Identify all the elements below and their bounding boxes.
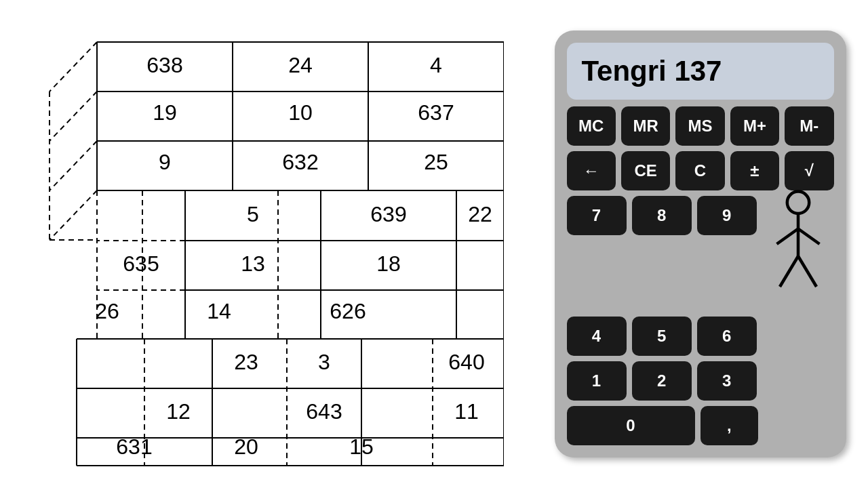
row-789: 7 8 9 [567, 196, 834, 311]
cell-mid-2-0: 26 [95, 299, 119, 323]
eight-button[interactable]: 8 [632, 196, 692, 235]
cell-mid-0-2: 22 [468, 202, 492, 226]
row-123: 1 2 3 [567, 361, 834, 401]
cell-bot-0-2: 640 [448, 350, 484, 374]
svg-point-40 [787, 192, 808, 214]
backspace-button[interactable]: ← [567, 151, 616, 190]
cell-bot-1-2: 11 [454, 399, 479, 424]
seven-button[interactable]: 7 [567, 196, 627, 235]
cell-mid-1-2: 18 [376, 251, 401, 276]
cube-svg: 638 24 4 19 10 637 9 632 25 [29, 10, 504, 478]
cell-top-1-1: 10 [288, 100, 313, 125]
three-button[interactable]: 3 [697, 361, 757, 401]
svg-line-9 [50, 92, 97, 141]
operator-row: ← CE C ± √ [567, 151, 834, 190]
svg-line-43 [798, 229, 820, 245]
row-0-comma: 0 , [567, 406, 834, 445]
mc-button[interactable]: MC [567, 106, 616, 146]
cell-bot-2-0: 631 [116, 434, 152, 459]
cube-grid: 638 24 4 19 10 637 9 632 25 [22, 7, 511, 481]
cell-mid-0-1: 639 [370, 202, 406, 226]
cell-mid-0-0: 5 [247, 202, 259, 226]
calc-buttons: MC MR MS M+ M- ← CE C ± √ 7 8 9 [567, 106, 834, 445]
cell-bot-1-1: 643 [306, 399, 342, 424]
six-button[interactable]: 6 [697, 317, 757, 356]
cell-top-2-1: 632 [282, 150, 318, 174]
c-button[interactable]: C [675, 151, 724, 190]
calc-display: Tengri 137 [567, 43, 834, 100]
cell-top-2-2: 25 [424, 150, 448, 174]
zero-button[interactable]: 0 [567, 406, 695, 445]
plusminus-button[interactable]: ± [730, 151, 779, 190]
calculator: Tengri 137 MC MR MS M+ M- ← CE C ± √ 7 8… [555, 30, 846, 458]
one-button[interactable]: 1 [567, 361, 627, 401]
mr-button[interactable]: MR [621, 106, 670, 146]
cell-top-2-0: 9 [159, 150, 171, 174]
stickman-area [762, 196, 834, 311]
five-button[interactable]: 5 [632, 317, 692, 356]
row-456: 4 5 6 [567, 317, 834, 356]
mminus-button[interactable]: M- [785, 106, 833, 146]
cell-bot-0-0: 23 [234, 350, 258, 374]
cell-mid-1-0: 635 [123, 251, 159, 276]
nine-button[interactable]: 9 [697, 196, 757, 235]
cell-bot-1-0: 12 [166, 399, 191, 424]
cell-mid-1-1: 13 [241, 251, 265, 276]
svg-line-10 [50, 141, 97, 190]
cell-mid-2-2: 626 [330, 299, 366, 323]
mplus-button[interactable]: M+ [730, 106, 779, 146]
cell-mid-2-1: 14 [207, 299, 231, 323]
cell-bot-0-1: 3 [318, 350, 330, 374]
cell-top-0-0: 638 [146, 53, 182, 77]
ce-button[interactable]: CE [621, 151, 670, 190]
cell-top-1-0: 19 [153, 100, 177, 125]
four-button[interactable]: 4 [567, 317, 627, 356]
memory-row: MC MR MS M+ M- [567, 106, 834, 146]
comma-button[interactable]: , [701, 406, 759, 445]
cell-top-1-2: 637 [418, 100, 454, 125]
two-button[interactable]: 2 [632, 361, 692, 401]
cell-bot-2-1: 20 [234, 434, 258, 459]
cell-bot-2-2: 15 [349, 434, 374, 459]
cell-top-0-2: 4 [430, 53, 442, 77]
svg-line-42 [776, 229, 798, 245]
svg-line-11 [50, 190, 97, 240]
stickman-icon [768, 189, 829, 311]
svg-line-8 [50, 42, 97, 92]
svg-line-44 [780, 256, 798, 287]
sqrt-button[interactable]: √ [785, 151, 833, 190]
cell-top-0-1: 24 [288, 53, 313, 77]
ms-button[interactable]: MS [675, 106, 724, 146]
svg-line-45 [798, 256, 816, 287]
